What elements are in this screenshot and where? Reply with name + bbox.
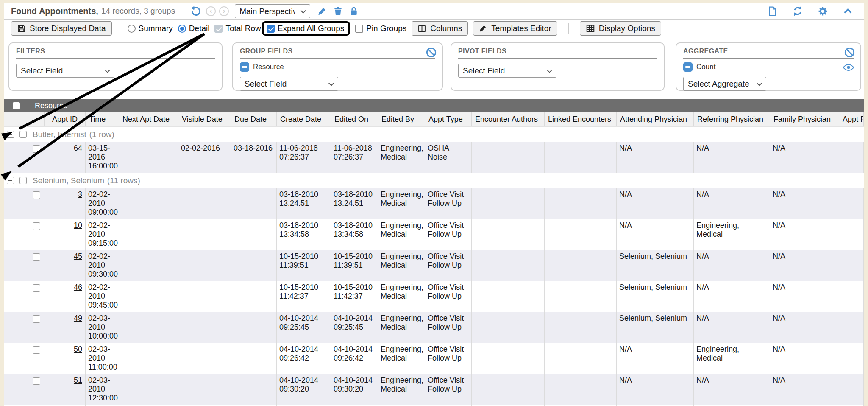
group-select-checkbox[interactable] — [19, 177, 27, 184]
perspective-select[interactable]: Main Perspective — [235, 4, 310, 18]
row-checkbox[interactable] — [33, 145, 40, 153]
group-label: Butler, Internist(1 row) — [33, 130, 114, 139]
column-header[interactable]: Time — [86, 112, 119, 126]
column-header[interactable]: Visible Date — [178, 112, 231, 126]
pivot-field-select[interactable]: Select Field — [458, 64, 556, 78]
table-body: Butler, Internist(1 row)6403-15-2016 16:… — [4, 126, 864, 406]
row-select-cell — [4, 142, 45, 173]
table-cell — [178, 281, 231, 312]
column-header[interactable]: Linked Encounters — [545, 112, 617, 126]
table-cell: 04-10-2014 09:26:42 — [277, 343, 331, 374]
group-select-checkbox[interactable] — [19, 131, 27, 138]
clear-aggregate-icon[interactable] — [844, 47, 855, 58]
aggregate-chip-count[interactable]: Count — [683, 62, 854, 72]
table-cell: 02-02-2010 09:15:00 — [86, 219, 119, 250]
column-header[interactable]: Encounter Authors — [472, 112, 545, 126]
column-header[interactable]: Family Physician — [770, 112, 839, 126]
pin-groups-checkbox[interactable] — [355, 25, 363, 33]
display-options-button[interactable]: Display Options — [580, 21, 661, 36]
group-expand-toggle[interactable] — [7, 131, 14, 138]
table-cell — [472, 343, 545, 374]
table-cell: 03-15-2016 16:00:00 — [86, 142, 119, 173]
group-field-select[interactable]: Select Field — [240, 77, 338, 91]
table-cell — [119, 312, 178, 343]
detail-radio-group[interactable]: Detail — [178, 24, 210, 33]
table-cell — [839, 250, 864, 281]
table-cell — [119, 343, 178, 374]
column-header[interactable]: Next Apt Date — [119, 112, 178, 126]
settings-gear-icon[interactable] — [818, 6, 828, 17]
table-row: 1002-02-2010 09:15:0003-18-2010 13:34:58… — [4, 219, 864, 250]
detail-radio[interactable] — [178, 25, 186, 33]
appt-id-link[interactable]: 49 — [74, 314, 82, 322]
column-header[interactable]: Create Date — [277, 112, 331, 126]
display-toolbar: Store Displayed Data Summary Detail Tota… — [4, 20, 864, 37]
row-checkbox[interactable] — [33, 253, 40, 261]
divider — [568, 23, 569, 34]
aggregate-visible-eye-icon[interactable] — [843, 63, 854, 72]
delete-perspective-icon[interactable] — [333, 6, 343, 16]
topbar-right-actions — [764, 6, 856, 17]
table-cell: 02-03-2010 11:00:00 — [86, 343, 119, 374]
table-cell: N/A — [617, 219, 694, 250]
row-checkbox[interactable] — [33, 377, 40, 385]
select-all-checkbox[interactable] — [13, 102, 20, 109]
group-expand-toggle[interactable] — [7, 177, 14, 184]
table-cell: 03-18-2010 13:34:58 — [277, 219, 331, 250]
lock-icon[interactable] — [349, 6, 359, 16]
refresh-icon[interactable] — [792, 6, 803, 17]
appt-id-link[interactable]: 46 — [74, 283, 82, 291]
column-header[interactable]: Attending Physician — [617, 112, 694, 126]
column-header[interactable]: Appt Re — [839, 112, 864, 126]
table-cell: N/A — [770, 188, 839, 219]
store-displayed-data-button[interactable]: Store Displayed Data — [11, 21, 112, 36]
table-cell — [178, 219, 231, 250]
row-checkbox[interactable] — [33, 222, 40, 230]
appt-id-cell: 50 — [45, 343, 86, 374]
remove-group-field-icon[interactable] — [240, 62, 249, 72]
row-checkbox[interactable] — [33, 284, 40, 292]
appt-id-link[interactable]: 10 — [74, 221, 82, 230]
filters-field-select[interactable]: Select Field — [16, 64, 114, 78]
total-row-checkbox-group[interactable]: Total Row — [214, 24, 261, 33]
page: { "topbar": { "title": "Found Appointmen… — [0, 0, 868, 406]
column-header[interactable]: Appt ID — [45, 112, 86, 126]
new-document-icon[interactable] — [767, 6, 778, 17]
appt-id-link[interactable]: 51 — [74, 376, 82, 384]
table-cell: 04-10-2014 09:30:20 — [277, 374, 331, 405]
row-checkbox[interactable] — [33, 346, 40, 354]
pin-groups-checkbox-group[interactable]: Pin Groups — [355, 24, 406, 33]
collapse-panel-icon[interactable] — [843, 6, 853, 17]
remove-aggregate-icon[interactable] — [683, 62, 693, 72]
group-field-chip-resource[interactable]: Resource — [240, 62, 435, 72]
row-checkbox[interactable] — [33, 191, 40, 199]
templates-editor-button[interactable]: Templates Editor — [473, 21, 557, 36]
column-header[interactable]: Edited By — [378, 112, 425, 126]
column-header[interactable]: Appt Type — [425, 112, 472, 126]
undo-icon[interactable] — [190, 6, 201, 17]
columns-button[interactable]: Columns — [412, 21, 468, 36]
table-cell: 02-02-2010 09:30:00 — [86, 250, 119, 281]
appt-id-link[interactable]: 45 — [74, 252, 82, 260]
table-cell — [178, 343, 231, 374]
table-cell — [545, 343, 617, 374]
column-header[interactable]: Due Date — [231, 112, 277, 126]
column-header-select — [4, 112, 45, 126]
summary-radio[interactable] — [128, 25, 136, 33]
appt-id-link[interactable]: 64 — [74, 144, 82, 152]
column-header[interactable]: Referring Physician — [694, 112, 770, 126]
expand-all-groups-checkbox[interactable] — [267, 25, 275, 33]
total-row-checkbox[interactable] — [214, 25, 223, 33]
nav-prev-icon[interactable]: ‹ — [206, 6, 216, 16]
column-header[interactable]: Edited On — [331, 112, 378, 126]
row-checkbox[interactable] — [33, 315, 40, 323]
summary-radio-group[interactable]: Summary — [128, 24, 173, 33]
table-cell — [178, 250, 231, 281]
edit-perspective-icon[interactable] — [317, 6, 327, 16]
appt-id-link[interactable]: 3 — [78, 190, 82, 199]
nav-next-icon[interactable]: › — [219, 6, 229, 16]
aggregate-select[interactable]: Select Aggregate — [683, 77, 766, 91]
table-cell — [231, 188, 277, 219]
clear-group-fields-icon[interactable] — [426, 47, 437, 58]
appt-id-link[interactable]: 50 — [74, 345, 82, 353]
